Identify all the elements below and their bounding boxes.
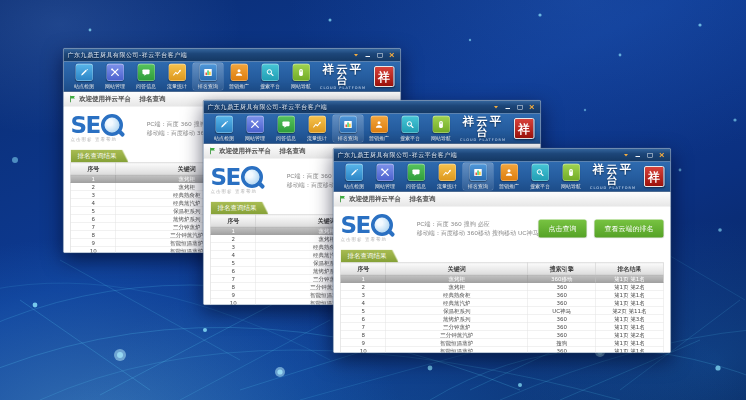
toolbar-item-traffic-chart[interactable]: 流量统计 <box>162 63 193 91</box>
table-cell: 360 <box>528 331 596 339</box>
site-manage-icon <box>246 116 264 134</box>
toolbar-item-promotion[interactable]: 营销推广 <box>494 163 525 191</box>
mouse-icon <box>432 116 450 134</box>
toolbar-item-rank-chart[interactable]: 排名查询 <box>333 115 364 143</box>
toolbar-item-label: 流量统计 <box>307 135 327 142</box>
table-row[interactable]: 7三分钟蒸炉360第1页 第1名 <box>341 323 664 331</box>
skin-icon[interactable] <box>353 52 360 58</box>
close-icon[interactable] <box>659 152 666 158</box>
toolbar-item-label: 搜索平台 <box>400 135 420 142</box>
table-cell: 1 <box>71 175 116 183</box>
toolbar-item-traffic-chart[interactable]: 流量统计 <box>302 115 333 143</box>
toolbar-item-site-check[interactable]: 站点检测 <box>209 115 240 143</box>
column-header: 序号 <box>211 215 256 227</box>
search-platform-icon <box>401 116 419 134</box>
close-icon[interactable] <box>529 104 536 110</box>
minimize-icon[interactable] <box>365 52 372 58</box>
table-cell: 搜狗 <box>528 339 596 347</box>
brand-logo: 祥云平台 CLOUD PLATFORM 祥 <box>587 164 666 190</box>
table-cell: 第1页 第2名 <box>596 331 664 339</box>
table-cell: 6 <box>211 267 256 275</box>
table-cell: 经典蒸汽炉 <box>386 299 528 307</box>
rank-chart-icon <box>469 164 487 182</box>
table-cell: 1 <box>341 275 386 283</box>
toolbar-item-rank-chart[interactable]: 排名查询 <box>463 163 494 191</box>
table-row[interactable]: 4经典蒸汽炉360第1页 第1名 <box>341 299 664 307</box>
toolbar-item-site-manage[interactable]: 网站管理 <box>100 63 131 91</box>
breadcrumb-page: 排名查询 <box>410 195 436 204</box>
toolbar-item-label: 站点检测 <box>74 83 94 90</box>
window-titlebar[interactable]: 广东九鼎王厨具有限公司-祥云平台客户端 <box>64 49 401 62</box>
toolbar-item-message[interactable]: 问答信息 <box>271 115 302 143</box>
table-cell: 9 <box>341 339 386 347</box>
table-cell: 3 <box>211 243 256 251</box>
toolbar-item-mouse[interactable]: 网站导航 <box>286 63 317 91</box>
promotion-icon <box>370 116 388 134</box>
table-cell: 8 <box>211 283 256 291</box>
column-header: 排名结果 <box>596 263 664 275</box>
brand-name: 祥云平台 <box>317 64 370 86</box>
toolbar-item-traffic-chart[interactable]: 流量统计 <box>432 163 463 191</box>
toolbar-item-label: 问答信息 <box>406 183 426 190</box>
toolbar-item-message[interactable]: 问答信息 <box>401 163 432 191</box>
toolbar-item-mouse[interactable]: 网站导航 <box>426 115 457 143</box>
window-titlebar[interactable]: 广东九鼎王厨具有限公司-祥云平台客户端 <box>204 101 541 114</box>
skin-icon[interactable] <box>623 152 630 158</box>
window-titlebar[interactable]: 广东九鼎王厨具有限公司-祥云平台客户端 <box>334 149 671 162</box>
tab-rank-results[interactable]: 排名查询结果 <box>211 202 269 215</box>
table-row[interactable]: 2蒸烤柜360第1页 第2名 <box>341 283 664 291</box>
table-row[interactable]: 10智能恒温蒸炉360第1页 第1名 <box>341 347 664 353</box>
brand-name: 祥云平台 <box>587 164 640 186</box>
table-cell: 第1页 第2名 <box>596 283 664 291</box>
table-row[interactable]: 5保温柜系列UC神马第2页 第11名 <box>341 307 664 315</box>
minimize-icon[interactable] <box>635 152 642 158</box>
toolbar-item-message[interactable]: 问答信息 <box>131 63 162 91</box>
table-cell: 2 <box>211 235 256 243</box>
minimize-icon[interactable] <box>505 104 512 110</box>
mouse-icon <box>562 164 580 182</box>
table-cell: 1 <box>211 227 256 235</box>
toolbar-item-label: 网站导航 <box>291 83 311 90</box>
toolbar-item-label: 排名查询 <box>198 83 218 90</box>
skin-icon[interactable] <box>493 104 500 110</box>
toolbar-item-site-check[interactable]: 站点检测 <box>339 163 370 191</box>
toolbar-item-mouse[interactable]: 网站导航 <box>556 163 587 191</box>
maximize-icon[interactable] <box>377 52 384 58</box>
toolbar-item-search-platform[interactable]: 搜索平台 <box>525 163 556 191</box>
maximize-icon[interactable] <box>517 104 524 110</box>
table-cell: UC神马 <box>528 307 596 315</box>
toolbar-item-search-platform[interactable]: 搜索平台 <box>395 115 426 143</box>
table-row[interactable]: 3经典熟食柜360第1页 第1名 <box>341 291 664 299</box>
column-header: 序号 <box>71 163 116 175</box>
table-row[interactable]: 8三分钟蒸汽炉360第1页 第2名 <box>341 331 664 339</box>
traffic-chart-icon <box>308 116 326 134</box>
seo-logo: SE 点击图标 查看帮助 <box>211 166 284 195</box>
toolbar-item-promotion[interactable]: 营销推广 <box>364 115 395 143</box>
toolbar-item-rank-chart[interactable]: 排名查询 <box>193 63 224 91</box>
table-cell: 10 <box>71 247 116 253</box>
toolbar-item-search-platform[interactable]: 搜索平台 <box>255 63 286 91</box>
tab-rank-results[interactable]: 排名查询结果 <box>341 250 399 263</box>
tab-rank-results[interactable]: 排名查询结果 <box>71 150 129 163</box>
toolbar-item-site-manage[interactable]: 网站管理 <box>240 115 271 143</box>
maximize-icon[interactable] <box>647 152 654 158</box>
table-row[interactable]: 1蒸烤柜360移动第1页 第1名 <box>341 275 664 283</box>
toolbar-item-promotion[interactable]: 营销推广 <box>224 63 255 91</box>
magnifier-icon <box>371 214 393 236</box>
toolbar-item-label: 搜索平台 <box>260 83 280 90</box>
table-cell: 蒸烤炉系列 <box>386 315 528 323</box>
rank-chart-icon <box>199 64 217 82</box>
query-button[interactable]: 点击查询 <box>539 220 587 238</box>
seo-caption: 点击图标 查看帮助 <box>211 189 284 196</box>
rank-results-table: 序号关键词搜索引擎排名结果 1蒸烤柜360移动第1页 第1名2蒸烤柜360第1页… <box>341 263 664 354</box>
close-icon[interactable] <box>389 52 396 58</box>
table-cell: 蒸烤柜 <box>386 283 528 291</box>
table-cell: 智能恒温蒸炉 <box>386 347 528 353</box>
toolbar-item-site-check[interactable]: 站点检测 <box>69 63 100 91</box>
table-cell: 2 <box>71 183 116 191</box>
table-row[interactable]: 6蒸烤炉系列360第1页 第3名 <box>341 315 664 323</box>
table-row[interactable]: 9智能恒温蒸炉搜狗第1页 第1名 <box>341 339 664 347</box>
cloud-rank-button[interactable]: 查看云端的排名 <box>595 220 664 238</box>
table-cell: 第1页 第1名 <box>596 347 664 353</box>
toolbar-item-site-manage[interactable]: 网站管理 <box>370 163 401 191</box>
